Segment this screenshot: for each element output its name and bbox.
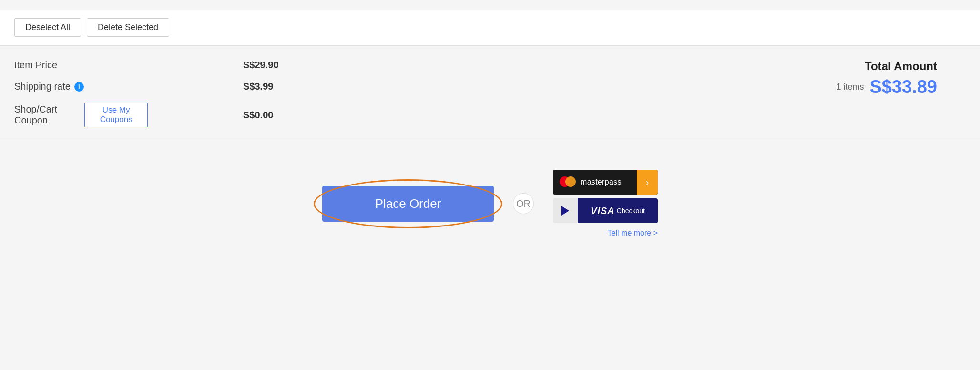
summary-left: Item Price S$29.90 Shipping rate i S$3.9… xyxy=(14,60,443,127)
action-section: Place Order OR masterpass › xyxy=(0,141,980,257)
shipping-info-icon[interactable]: i xyxy=(74,82,84,92)
total-items-count: 1 items xyxy=(836,82,864,92)
coupon-row: Shop/Cart Coupon Use My Coupons S$0.00 xyxy=(14,103,443,127)
item-price-label: Item Price xyxy=(14,60,148,71)
masterpass-logo-area: masterpass xyxy=(553,176,637,188)
top-bar: Deselect All Delete Selected xyxy=(0,10,980,46)
total-amount-label: Total Amount xyxy=(813,60,937,73)
total-items-row: 1 items S$33.89 xyxy=(813,77,937,97)
total-amount-section: Total Amount 1 items S$33.89 xyxy=(813,60,966,97)
place-order-wrapper: Place Order xyxy=(322,186,494,222)
payment-options: masterpass › VISA Checkout Tell me more … xyxy=(553,170,658,237)
total-price-value: S$33.89 xyxy=(869,77,937,97)
visa-text-area: VISA Checkout xyxy=(578,198,658,223)
visa-checkout-label: Checkout xyxy=(617,207,645,215)
shipping-rate-label: Shipping rate i xyxy=(14,81,148,92)
page-container: Deselect All Delete Selected Item Price … xyxy=(0,0,980,266)
coupon-label: Shop/Cart Coupon Use My Coupons xyxy=(14,103,148,127)
visa-arrow-icon xyxy=(561,206,569,216)
deselect-all-button[interactable]: Deselect All xyxy=(14,18,81,37)
visa-arrow-area xyxy=(553,198,578,223)
use-my-coupons-button[interactable]: Use My Coupons xyxy=(84,103,148,127)
shipping-rate-row: Shipping rate i S$3.99 xyxy=(14,81,443,92)
coupon-value: S$0.00 xyxy=(243,110,273,121)
visa-brand-label: VISA xyxy=(591,206,615,216)
item-price-value: S$29.90 xyxy=(243,60,279,71)
masterpass-circles-icon xyxy=(560,176,577,188)
summary-section: Item Price S$29.90 Shipping rate i S$3.9… xyxy=(0,46,980,141)
item-price-row: Item Price S$29.90 xyxy=(14,60,443,71)
or-divider: OR xyxy=(513,193,534,214)
place-order-button[interactable]: Place Order xyxy=(322,186,494,222)
mastercard-orange-circle xyxy=(565,176,576,187)
tell-me-more-link[interactable]: Tell me more > xyxy=(608,229,658,237)
masterpass-label: masterpass xyxy=(581,178,622,186)
delete-selected-button[interactable]: Delete Selected xyxy=(87,18,169,37)
shipping-rate-value: S$3.99 xyxy=(243,81,273,92)
masterpass-button[interactable]: masterpass › xyxy=(553,170,658,195)
visa-checkout-button[interactable]: VISA Checkout xyxy=(553,198,658,223)
masterpass-arrow-icon: › xyxy=(637,170,658,195)
